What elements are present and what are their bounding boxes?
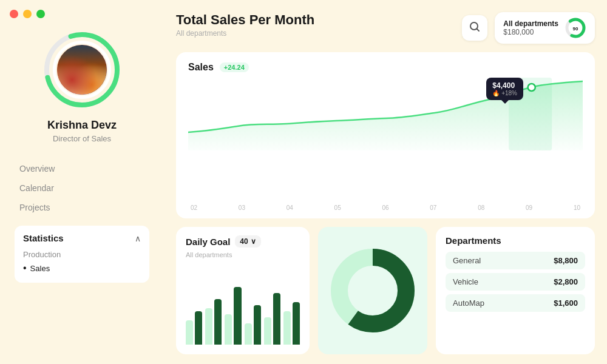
chevron-up-icon: ∧ (135, 234, 141, 243)
dept-badge-label: All departments (503, 19, 558, 28)
x-axis-labels: 02 03 04 05 06 07 08 09 10 (188, 204, 583, 211)
minimize-button[interactable] (23, 10, 32, 18)
departments-title: Departments (446, 235, 585, 246)
sales-card-header: Sales +24.24 (188, 62, 583, 73)
dept-row-general: General $8,800 (446, 252, 585, 269)
x-label-04: 04 (287, 204, 293, 211)
nav-section-title: Statistics (23, 233, 64, 243)
dept-row-automap: AutoMap $1,600 (446, 294, 585, 312)
x-label-03: 03 (239, 204, 245, 211)
x-label-09: 09 (526, 204, 532, 211)
bottom-row: Daily Goal 40 ∨ All departments (176, 227, 595, 354)
bar-light-6 (283, 311, 291, 345)
bar-light-4 (245, 323, 252, 345)
sidebar: Krishna Devz Director of Sales Overview … (0, 0, 164, 364)
nav-item-projects[interactable]: Projects (15, 199, 149, 216)
daily-goal-card: Daily Goal 40 ∨ All departments (176, 227, 310, 354)
bar-dark-3 (234, 287, 241, 345)
bar-dark-5 (273, 293, 280, 345)
nav-item-calendar[interactable]: Calendar (15, 180, 149, 197)
search-button[interactable] (462, 15, 487, 41)
dept-row-name-automap: AutoMap (453, 298, 484, 308)
x-label-08: 08 (478, 204, 484, 211)
bar-light-5 (264, 317, 271, 345)
chart-area: $4,400 🔥 +18% (188, 78, 583, 202)
close-button[interactable] (10, 10, 18, 18)
large-donut-chart (327, 245, 418, 336)
main-content: Total Sales Per Month All departments Al… (164, 0, 607, 364)
x-label-02: 02 (191, 204, 197, 211)
bar-light-2 (205, 308, 212, 345)
nav-section-statistics: Statistics ∧ Production Sales (15, 226, 149, 283)
header: Total Sales Per Month All departments Al… (176, 12, 595, 44)
search-icon (469, 21, 481, 36)
dept-row-value-vehicle: $2,800 (554, 277, 578, 286)
maximize-button[interactable] (36, 10, 45, 18)
svg-line-3 (477, 29, 480, 31)
bar-group-2 (205, 299, 222, 345)
bar-light-1 (186, 320, 193, 345)
nav-section-header[interactable]: Statistics ∧ (23, 233, 141, 243)
page-subtitle: All departments (176, 29, 314, 38)
x-label-06: 06 (382, 204, 388, 211)
bar-group-4 (245, 305, 261, 345)
bar-light-3 (225, 314, 232, 345)
dept-badge-text: All departments $180,000 (503, 19, 558, 36)
daily-goal-subtitle: All departments (186, 251, 300, 258)
bar-group-1 (186, 311, 202, 345)
chevron-down-icon: ∨ (251, 237, 256, 246)
page-title: Total Sales Per Month (176, 12, 314, 28)
tooltip-value: $4,400 (492, 81, 517, 90)
bar-chart (186, 265, 300, 346)
user-name: Krishna Devz (47, 119, 117, 132)
avatar-container (42, 30, 121, 109)
dept-badge-value: $180,000 (503, 28, 558, 36)
header-right: All departments $180,000 90 (462, 12, 595, 44)
sales-chart-card: Sales +24.24 (176, 52, 595, 218)
avatar (57, 45, 107, 95)
nav-item-overview[interactable]: Overview (15, 160, 149, 177)
x-label-10: 10 (574, 204, 580, 211)
x-label-05: 05 (334, 204, 341, 211)
bar-dark-2 (214, 299, 222, 345)
bar-group-6 (283, 302, 300, 345)
bar-group-5 (264, 293, 280, 345)
departments-card: Departments General $8,800 Vehicle $2,80… (436, 227, 595, 354)
nav-sub-item-production[interactable]: Production (23, 248, 141, 261)
bar-dark-1 (195, 311, 202, 345)
svg-text:90: 90 (573, 26, 578, 32)
user-title: Director of Sales (53, 134, 111, 143)
daily-goal-title: Daily Goal (186, 237, 230, 247)
header-left: Total Sales Per Month All departments (176, 12, 314, 38)
department-badge[interactable]: All departments $180,000 90 (495, 12, 595, 44)
sales-badge: +24.24 (220, 62, 249, 72)
bar-dark-4 (254, 305, 261, 345)
sales-line-chart (188, 78, 583, 150)
dept-row-value-general: $8,800 (554, 256, 578, 265)
x-label-07: 07 (430, 204, 436, 211)
bar-dark-6 (293, 302, 300, 345)
svg-point-8 (528, 84, 535, 91)
departments-table: General $8,800 Vehicle $2,800 AutoMap $1… (446, 252, 585, 312)
dept-donut-chart: 90 (565, 17, 586, 39)
nav-sub-item-sales[interactable]: Sales (23, 261, 141, 275)
dept-row-name-vehicle: Vehicle (453, 277, 478, 286)
sales-chart-title: Sales (188, 62, 214, 73)
daily-goal-header: Daily Goal 40 ∨ (186, 235, 300, 248)
traffic-lights (10, 10, 45, 18)
nav-menu: Overview Calendar Projects (15, 160, 149, 216)
dept-row-name-general: General (453, 256, 481, 265)
dept-row-vehicle: Vehicle $2,800 (446, 273, 585, 291)
donut-card (318, 227, 427, 354)
dept-row-value-automap: $1,600 (554, 298, 578, 308)
goal-selector[interactable]: 40 ∨ (235, 235, 260, 248)
tooltip-change: 🔥 +18% (492, 90, 517, 96)
bar-group-3 (225, 287, 241, 345)
chart-tooltip: $4,400 🔥 +18% (486, 78, 523, 100)
